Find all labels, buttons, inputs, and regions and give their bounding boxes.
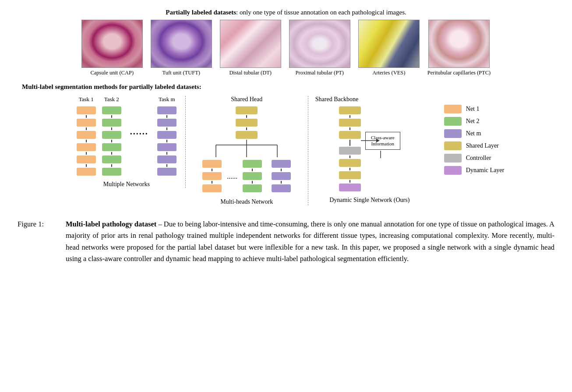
legend-netm: Net m (444, 129, 504, 138)
t1-block6 (77, 168, 96, 176)
tissue-ptc-image (428, 20, 490, 68)
shared-head-label: Shared Head (231, 96, 262, 103)
legend-panel: Net 1 Net 2 Net m Shared Layer Controlle… (431, 96, 504, 175)
tissue-images-row: Capsule unit (CAP) Tuft unit (TUFT) Dist… (18, 20, 554, 76)
t1-block1 (77, 106, 96, 114)
tissue-tuft: Tuft unit (TUFT) (151, 20, 212, 76)
dots-separator: ...... (127, 96, 151, 157)
taskm-label: Task m (159, 96, 175, 103)
tm-block1 (157, 106, 177, 114)
backbone-stack (339, 106, 361, 192)
backbone-panel-label: Dynamic Single Network (Ours) (329, 197, 410, 204)
bb-block1 (339, 106, 361, 114)
t1-block3 (77, 131, 96, 139)
tissue-tuft-image (151, 20, 212, 68)
legend-netm-box (444, 129, 462, 138)
bh-orange2 (202, 172, 222, 180)
tissue-tuft-label: Tuft unit (TUFT) (162, 70, 200, 76)
tissue-dt-label: Distal tubular (DT) (230, 70, 272, 76)
networks-container: Task 1 Task 2 (77, 96, 177, 177)
bh-purple2 (272, 172, 291, 180)
branch-dots: ...... (225, 159, 239, 194)
legend-net2-box (444, 117, 462, 126)
bb-block4 (339, 159, 361, 167)
t1-block4 (77, 143, 96, 151)
bh-orange1 (202, 160, 222, 168)
t2-block3 (102, 131, 121, 139)
t2-block5 (102, 155, 121, 163)
legend-net1-label: Net 1 (466, 106, 480, 113)
tm-block3 (157, 131, 177, 139)
tissue-ptc-label: Peritubular capillaries (PTC) (427, 70, 491, 76)
tm-block5 (157, 155, 177, 163)
tissue-ptc: Peritubular capillaries (PTC) (427, 20, 491, 76)
legend-controller-label: Controller (466, 155, 491, 162)
bb-dynamic (339, 184, 361, 191)
bh-green2 (243, 172, 262, 180)
class-aware-area: Class-awareInformation (365, 106, 400, 150)
bh-green1 (243, 160, 262, 168)
partially-labeled-title: Partially labeled datasets: only one typ… (18, 9, 554, 16)
legend-dynamic-layer: Dynamic Layer (444, 166, 504, 175)
task2-col: Task 2 (102, 96, 121, 177)
tissue-cap-label: Capsule unit (CAP) (90, 70, 134, 76)
multiple-networks-panel: Task 1 Task 2 (68, 96, 186, 188)
legend-net2: Net 2 (444, 117, 504, 126)
fig-dash: – (156, 220, 162, 228)
multiple-networks-label: Multiple Networks (103, 181, 150, 188)
tissue-dt: Distal tubular (DT) (220, 20, 281, 76)
bb-block2 (339, 119, 361, 127)
bb-controller (339, 147, 361, 155)
t2-block1 (102, 106, 121, 114)
tissue-pt-label: Proximal tubular (PT) (296, 70, 344, 76)
multiheads-label: Multi-heads Network (220, 198, 273, 205)
tm-block4 (157, 143, 177, 151)
fig-bold: Multi-label pathology dataset (66, 220, 156, 228)
legend-shared-layer: Shared Layer (444, 141, 504, 150)
legend-controller: Controller (444, 154, 504, 162)
legend-netm-label: Net m (466, 130, 481, 137)
legend-shared-label: Shared Layer (466, 142, 499, 149)
class-aware-box: Class-awareInformation (365, 132, 400, 150)
tissue-ves-label: Arteries (VES) (372, 70, 405, 76)
partially-labeled-bold: Partially labeled datasets (166, 9, 236, 16)
sh-block2 (236, 119, 258, 127)
t2-block4 (102, 143, 121, 151)
branch-heads: ...... (202, 159, 291, 194)
legend: Net 1 Net 2 Net m Shared Layer Controlle… (435, 100, 504, 175)
task1-col: Task 1 (77, 96, 96, 177)
t2-block6 (102, 168, 121, 176)
multiheads-panel: Shared Head (186, 96, 308, 205)
fig-label: Figure 1: (18, 219, 66, 265)
bh-green3 (243, 184, 262, 192)
t1-block5 (77, 155, 96, 163)
bh-purple3 (272, 184, 291, 192)
task1-label: Task 1 (79, 96, 94, 103)
multilabel-section-title: Multi-label segmentation methods for par… (22, 83, 554, 91)
legend-net2-label: Net 2 (466, 118, 480, 125)
bb-block3 (339, 131, 361, 139)
legend-net1: Net 1 (444, 105, 504, 113)
t2-block2 (102, 119, 121, 127)
task2-label: Task 2 (104, 96, 119, 103)
fig-text: Multi-label pathology dataset – Due to b… (66, 219, 554, 265)
legend-controller-box (444, 154, 462, 162)
tissue-ves: Arteries (VES) (358, 20, 420, 76)
t1-block2 (77, 119, 96, 127)
figure-caption: Figure 1: Multi-label pathology dataset … (18, 214, 554, 265)
tissue-dt-image (220, 20, 281, 68)
legend-net1-box (444, 105, 462, 113)
branch-svg (203, 140, 290, 157)
top-section: Partially labeled datasets: only one typ… (18, 9, 554, 76)
sh-block1 (236, 106, 258, 114)
tissue-pt: Proximal tubular (PT) (289, 20, 350, 76)
bh-purple1 (272, 160, 291, 168)
partially-labeled-rest: : only one type of tissue annotation on … (236, 9, 406, 16)
legend-shared-box (444, 141, 462, 150)
legend-dynamic-label: Dynamic Layer (466, 167, 504, 174)
shared-backbone-label: Shared Backbone (315, 96, 358, 103)
tissue-cap-image (81, 20, 143, 68)
tissue-ves-image (358, 20, 420, 68)
multiheads-container: ...... (202, 106, 291, 194)
diagram-section: Task 1 Task 2 (18, 96, 554, 205)
